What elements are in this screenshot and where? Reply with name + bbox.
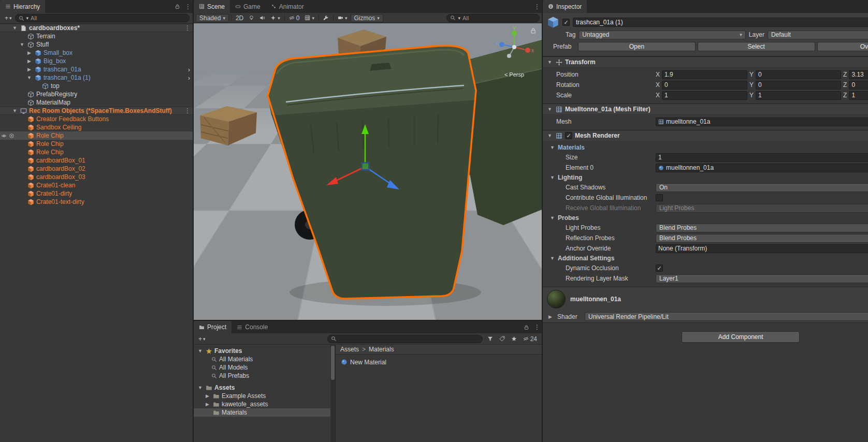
active-checkbox[interactable]: ✓ xyxy=(562,19,570,26)
create-menu-button[interactable]: + ▾ xyxy=(3,14,13,22)
lock-icon[interactable] xyxy=(524,325,529,330)
favorite-all-materials[interactable]: All Materials xyxy=(194,355,335,363)
axis-z-label[interactable]: z xyxy=(496,39,498,45)
tab-console[interactable]: Console xyxy=(232,321,273,333)
foldout-closed-icon[interactable]: ▶ xyxy=(204,393,211,399)
hierarchy-item-cardboardbox-03[interactable]: cardboardBox_03 xyxy=(0,173,193,181)
tab-animator[interactable]: Animator xyxy=(266,0,309,13)
position-y-input[interactable] xyxy=(756,70,841,79)
hierarchy-search-input[interactable] xyxy=(31,15,186,21)
lighting-foldout[interactable]: ▼ Lighting xyxy=(545,173,868,182)
hierarchy-item-prefabregistry[interactable]: PrefabRegistry xyxy=(0,90,193,98)
scene-tools-button[interactable] xyxy=(321,14,331,22)
anchor-override-field[interactable]: None (Transform) xyxy=(656,244,868,253)
prefab-overrides-button[interactable]: Overrides ▾ xyxy=(817,42,868,51)
foldout-closed-icon[interactable]: ▶ xyxy=(204,402,211,407)
layer-dropdown[interactable]: Default ▾ xyxy=(768,31,868,39)
shader-dropdown[interactable]: Universal Render Pipeline/Lit ▾ xyxy=(585,312,868,321)
mesh-renderer-header[interactable]: ▼ ✓ Mesh Renderer ⋮ xyxy=(543,130,868,141)
hierarchy-scene-header[interactable]: ▼ cardboardboxes* ⋮ xyxy=(0,24,193,32)
breadcrumb-current[interactable]: Materials xyxy=(369,346,394,353)
rotation-x-input[interactable] xyxy=(662,81,747,90)
foldout-closed-icon[interactable]: ▶ xyxy=(26,50,33,55)
project-tree-scrollbar[interactable] xyxy=(330,345,335,442)
asset-new-material[interactable]: New Material xyxy=(336,358,542,366)
reflection-probes-dropdown[interactable]: Blend Probes ▾ xyxy=(656,234,868,243)
create-asset-button[interactable]: + ▾ xyxy=(197,335,207,343)
foldout-open-icon[interactable]: ▼ xyxy=(546,107,553,112)
foldout-open-icon[interactable]: ▼ xyxy=(546,133,553,138)
foldout-open-icon[interactable]: ▼ xyxy=(19,42,25,47)
scene-search[interactable]: ▾ xyxy=(446,14,540,22)
hierarchy-item-cardboardbox-02[interactable]: cardboardBox_02 xyxy=(0,165,193,173)
hierarchy-item-cardboardbox-01[interactable]: cardboardBox_01 xyxy=(0,156,193,165)
scene-panel-kebab[interactable]: ⋮ xyxy=(534,3,539,10)
renderer-enabled-checkbox[interactable]: ✓ xyxy=(565,132,572,139)
tab-project[interactable]: Project xyxy=(194,321,232,333)
subscene-options-kebab[interactable]: ⋮ xyxy=(184,107,190,114)
additional-settings-foldout[interactable]: ▼ Additional Settings xyxy=(545,254,868,263)
foldout-open-icon[interactable]: ▼ xyxy=(549,256,556,261)
hidden-count-button[interactable]: 24 xyxy=(522,335,539,343)
search-by-type-button[interactable] xyxy=(486,336,495,342)
hierarchy-item-big-box[interactable]: ▶ Big_box xyxy=(0,57,193,65)
axis-y-label[interactable]: y xyxy=(513,25,516,31)
axis-x-label[interactable]: x xyxy=(531,48,534,53)
scene-effects-dropdown[interactable]: ▾ xyxy=(268,14,282,22)
trashcan-selected[interactable] xyxy=(268,46,476,299)
foldout-open-icon[interactable]: ▼ xyxy=(26,75,33,80)
lock-icon[interactable] xyxy=(175,4,180,9)
element0-object-field[interactable]: muelltonnen_01a xyxy=(656,164,868,172)
scene-search-input[interactable] xyxy=(462,15,536,21)
position-z-input[interactable] xyxy=(849,70,868,79)
hierarchy-item-crate01-clean[interactable]: Crate01-clean xyxy=(0,181,193,189)
foldout-closed-icon[interactable]: ▶ xyxy=(547,314,554,319)
probes-foldout[interactable]: ▼ Probes xyxy=(545,213,868,223)
folder-example-assets[interactable]: ▶ Example Assets xyxy=(194,392,335,400)
materials-foldout[interactable]: ▼ Materials xyxy=(545,143,868,152)
panel-menu-kebab[interactable]: ⋮ xyxy=(185,3,190,10)
favorite-all-models[interactable]: All Models xyxy=(194,363,335,372)
scale-x-input[interactable] xyxy=(662,91,747,100)
scene-audio-button[interactable] xyxy=(257,14,267,22)
tab-hierarchy[interactable]: Hierarchy xyxy=(0,0,45,13)
hierarchy-item-role-chip-3[interactable]: Role Chip xyxy=(0,148,193,156)
favorite-all-prefabs[interactable]: All Prefabs xyxy=(194,372,335,380)
transform-header[interactable]: ▼ Transform ⋮ xyxy=(543,56,868,68)
hierarchy-item-small-box[interactable]: ▶ Small_box xyxy=(0,49,193,57)
hierarchy-item-creator-feedback[interactable]: Creator Feedback Buttons xyxy=(0,115,193,123)
search-by-label-button[interactable] xyxy=(498,336,507,342)
dynamic-occlusion-checkbox[interactable]: ✓ xyxy=(656,264,663,272)
open-prefab-chevron-icon[interactable]: › xyxy=(188,75,190,81)
foldout-open-icon[interactable]: ▼ xyxy=(549,175,556,180)
scene-camera-dropdown[interactable]: ▾ xyxy=(336,14,350,22)
mesh-object-field[interactable]: muelltonne_01a xyxy=(656,117,868,126)
folder-kawetofe-assets[interactable]: ▶ kawetofe_assets xyxy=(194,400,335,408)
hierarchy-item-sandbox-ceiling[interactable]: Sandbox Ceiling xyxy=(0,123,193,131)
rotation-z-input[interactable] xyxy=(849,81,868,90)
foldout-open-icon[interactable]: ▼ xyxy=(549,215,556,220)
scene-lighting-button[interactable] xyxy=(247,14,256,22)
wooden-crate[interactable] xyxy=(200,106,257,145)
scene-visibility-eye-icon[interactable] xyxy=(1,133,7,139)
hierarchy-item-role-chip-2[interactable]: Role Chip xyxy=(0,140,193,148)
prefab-cube-icon[interactable] xyxy=(547,16,559,28)
rotation-y-input[interactable] xyxy=(756,81,841,90)
light-probes-dropdown[interactable]: Blend Probes ▾ xyxy=(656,224,868,232)
rendering-layer-mask-dropdown[interactable]: Layer1 ▾ xyxy=(656,274,868,283)
material-header[interactable]: muelltonnen_01a ⋮ xyxy=(543,287,868,311)
folder-materials[interactable]: Materials xyxy=(194,408,335,417)
materials-size-input[interactable] xyxy=(656,153,868,162)
contribute-gi-checkbox[interactable] xyxy=(656,194,663,201)
hierarchy-item-crate01-text-dirty[interactable]: Crate01-text-dirty xyxy=(0,198,193,206)
favorites-header[interactable]: ▼ Favorites xyxy=(194,347,335,355)
hierarchy-item-materialmap[interactable]: MaterialMap xyxy=(0,98,193,107)
grid-settings-dropdown[interactable]: ▾ xyxy=(302,14,316,22)
hierarchy-item-role-chip-1[interactable]: Role Chip xyxy=(0,131,193,140)
hierarchy-item-top[interactable]: top xyxy=(0,82,193,90)
scene-picking-icon[interactable] xyxy=(9,133,15,139)
position-x-input[interactable] xyxy=(662,70,747,79)
gameobject-name-field[interactable] xyxy=(573,18,868,27)
hierarchy-item-terrain[interactable]: Terrain xyxy=(0,32,193,40)
hierarchy-item-crate01-dirty[interactable]: Crate01-dirty xyxy=(0,189,193,198)
